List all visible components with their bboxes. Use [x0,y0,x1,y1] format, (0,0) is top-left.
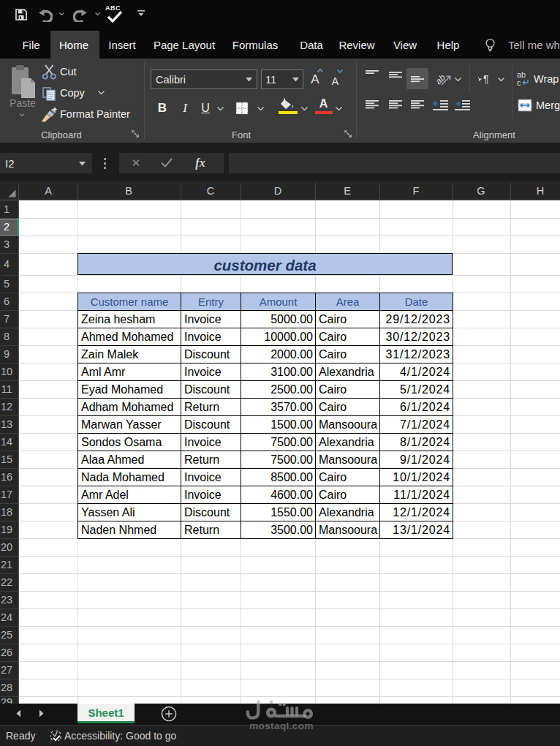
svg-text:¶: ¶ [483,73,489,84]
svg-text:c: c [517,78,521,87]
